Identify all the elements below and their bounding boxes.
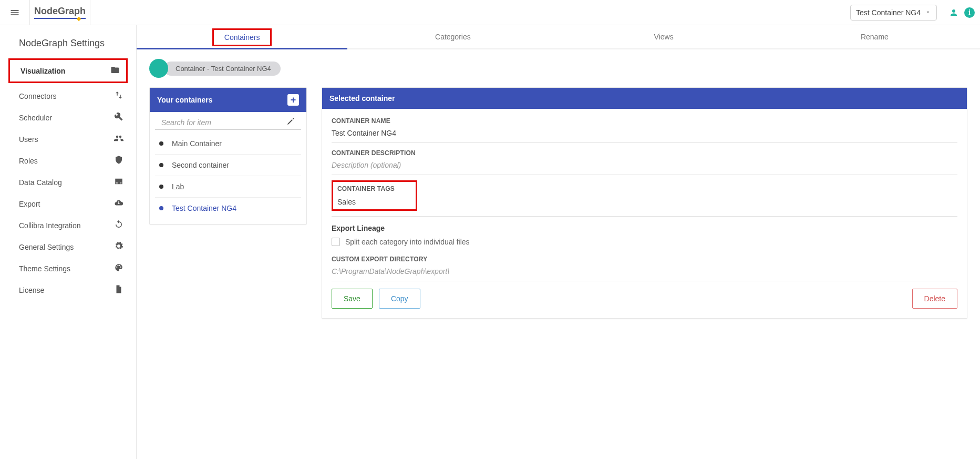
- sidebar-item-license[interactable]: License: [0, 279, 136, 301]
- container-list-item[interactable]: Lab: [155, 176, 301, 198]
- app-logo[interactable]: NodeGraph: [29, 0, 90, 25]
- container-description-label: CONTAINER DESCRIPTION: [332, 149, 957, 157]
- sidebar-visualization-highlight: Visualization: [8, 58, 128, 83]
- edit-icon[interactable]: [286, 117, 295, 127]
- container-name-label: CONTAINER NAME: [332, 117, 957, 125]
- bullet-icon: [159, 206, 163, 210]
- container-selector-dropdown[interactable]: Test Container NG4: [850, 5, 937, 21]
- hamburger-icon: [9, 7, 20, 18]
- breadcrumb-circle-icon: [149, 59, 168, 78]
- tab-categories[interactable]: Categories: [347, 25, 558, 48]
- user-button[interactable]: [946, 5, 961, 20]
- topbar: NodeGraph Test Container NG4 i: [0, 0, 980, 25]
- panel-title: Your containers: [157, 96, 213, 104]
- chevron-down-icon: [925, 8, 931, 17]
- plus-icon: +: [291, 95, 296, 105]
- add-container-button[interactable]: +: [287, 94, 299, 106]
- delete-button-label: Delete: [924, 294, 945, 303]
- tab-bar: Containers Categories Views Rename: [137, 25, 980, 49]
- palette-icon: [114, 263, 123, 274]
- export-lineage-heading: Export Lineage: [332, 224, 957, 232]
- container-list-item-selected[interactable]: Test Container NG4: [155, 198, 301, 219]
- logo-text: NodeGraph: [34, 6, 86, 16]
- sidebar-item-roles[interactable]: Roles: [0, 150, 136, 171]
- sidebar-item-export[interactable]: Export: [0, 193, 136, 215]
- people-icon: [114, 134, 123, 145]
- copy-button[interactable]: Copy: [379, 289, 420, 309]
- swap-icon: [114, 90, 123, 101]
- content-area: Container - Test Container NG4 Your cont…: [137, 49, 980, 328]
- container-tags-label: CONTAINER TAGS: [337, 185, 395, 192]
- container-name-field: CONTAINER NAME: [332, 114, 957, 143]
- sidebar-item-label: Collibra Integration: [19, 221, 81, 230]
- sidebar-item-label: Connectors: [19, 92, 57, 100]
- selected-container-header: Selected container: [322, 88, 967, 109]
- sidebar-item-label: General Settings: [19, 243, 74, 251]
- list-item-label: Test Container NG4: [172, 204, 236, 212]
- list-item-label: Main Container: [172, 139, 222, 148]
- logo-underline: [34, 18, 86, 19]
- sidebar-item-data-catalog[interactable]: Data Catalog: [0, 171, 136, 193]
- tab-containers[interactable]: Containers: [137, 25, 347, 48]
- container-list-item[interactable]: Second container: [155, 155, 301, 176]
- panel-title: Selected container: [329, 94, 395, 103]
- wrench-icon: [114, 112, 123, 123]
- sidebar-item-label: Visualization: [20, 67, 65, 75]
- container-tags-value[interactable]: Sales: [337, 198, 356, 206]
- sidebar-item-collibra[interactable]: Collibra Integration: [0, 215, 136, 236]
- custom-export-dir-input[interactable]: [332, 267, 957, 276]
- gear-icon: [114, 241, 123, 252]
- delete-button[interactable]: Delete: [912, 289, 957, 309]
- form-button-row: Save Copy Delete: [332, 289, 957, 309]
- copy-button-label: Copy: [391, 294, 408, 303]
- containers-list: Main Container Second container Lab: [150, 133, 306, 224]
- container-list-item[interactable]: Main Container: [155, 133, 301, 155]
- main-area: Containers Categories Views Rename Conta…: [137, 25, 980, 459]
- container-tags-field-wrapper: CONTAINER TAGS Sales: [332, 178, 957, 217]
- tab-rename[interactable]: Rename: [769, 25, 980, 48]
- split-category-row: Split each category into individual file…: [332, 238, 957, 246]
- sidebar-item-general-settings[interactable]: General Settings: [0, 236, 136, 258]
- sidebar-item-label: Theme Settings: [19, 264, 70, 273]
- container-search-input[interactable]: [161, 118, 286, 127]
- breadcrumb: Container - Test Container NG4: [149, 59, 967, 78]
- list-item-label: Lab: [172, 182, 184, 191]
- container-name-input[interactable]: [332, 129, 957, 137]
- sidebar-item-connectors[interactable]: Connectors: [0, 85, 136, 107]
- tab-containers-highlight: Containers: [212, 28, 272, 46]
- sidebar-item-scheduler[interactable]: Scheduler: [0, 107, 136, 128]
- sidebar-item-users[interactable]: Users: [0, 128, 136, 150]
- tab-label: Categories: [435, 33, 471, 41]
- sidebar-item-theme-settings[interactable]: Theme Settings: [0, 258, 136, 279]
- info-icon: i: [968, 8, 971, 17]
- sidebar-item-label: Users: [19, 135, 38, 144]
- shield-icon: [114, 155, 123, 166]
- inbox-icon: [114, 177, 123, 188]
- bullet-icon: [159, 141, 163, 146]
- sidebar-item-label: Data Catalog: [19, 178, 62, 187]
- sidebar-item-visualization[interactable]: Visualization: [10, 60, 122, 81]
- container-description-input[interactable]: [332, 161, 957, 169]
- tab-views[interactable]: Views: [559, 25, 769, 48]
- tab-label: Rename: [861, 33, 889, 41]
- hamburger-menu-button[interactable]: [5, 3, 24, 22]
- bullet-icon: [159, 163, 163, 167]
- folder-icon: [110, 65, 120, 76]
- sync-icon: [114, 220, 123, 231]
- list-item-label: Second container: [172, 161, 229, 169]
- container-description-field: CONTAINER DESCRIPTION: [332, 146, 957, 175]
- container-search-row: [155, 112, 301, 130]
- split-category-label: Split each category into individual file…: [345, 238, 470, 246]
- tab-label: Containers: [224, 33, 260, 42]
- breadcrumb-label: Container - Test Container NG4: [176, 65, 271, 73]
- split-category-checkbox[interactable]: [332, 238, 340, 246]
- sidebar-item-label: License: [19, 286, 44, 294]
- sidebar-item-label: Export: [19, 200, 40, 208]
- breadcrumb-chip[interactable]: Container - Test Container NG4: [164, 62, 281, 76]
- container-selector-value: Test Container NG4: [856, 8, 921, 17]
- save-button-label: Save: [344, 294, 360, 303]
- sidebar-item-label: Scheduler: [19, 114, 52, 122]
- save-button[interactable]: Save: [332, 289, 373, 309]
- sidebar-item-label: Roles: [19, 157, 38, 165]
- info-button[interactable]: i: [964, 7, 975, 18]
